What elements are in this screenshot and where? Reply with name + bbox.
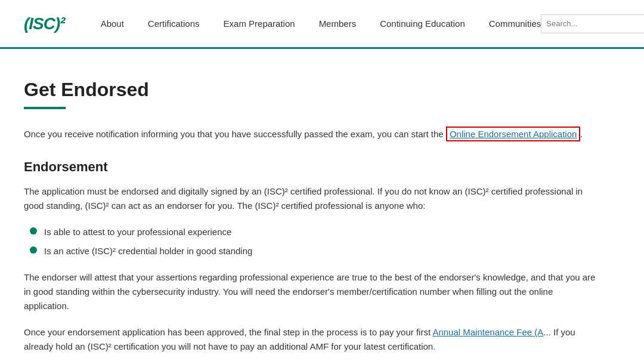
nav-exam-preparation[interactable]: Exam Preparation [224, 18, 295, 29]
nav-communities[interactable]: Communities [489, 18, 541, 29]
nav-continuing-education[interactable]: Continuing Education [380, 18, 465, 29]
bullet-text-2: Is an active (ISC)² credential holder in… [44, 244, 252, 258]
endorsement-section-title: Endorsement [24, 159, 596, 175]
header-search-area [541, 14, 644, 33]
page-title: Get Endorsed [24, 79, 596, 101]
site-logo[interactable]: (ISC)² [24, 14, 65, 33]
final-text-before: Once your endorsement application has be… [24, 327, 432, 337]
bullet-text-1: Is able to attest to your professional e… [44, 225, 231, 239]
intro-text-before: Once you receive notification informing … [24, 129, 446, 139]
site-header: (ISC)² About Certifications Exam Prepara… [0, 0, 644, 49]
main-nav: About Certifications Exam Preparation Me… [101, 18, 541, 29]
bullet-item-1: Is able to attest to your professional e… [30, 225, 596, 239]
bullet-dot-1 [30, 227, 37, 235]
title-underline [24, 107, 66, 109]
final-paragraph: Once your endorsement application has be… [24, 325, 596, 354]
endorser-paragraph: The endorser will attest that your asser… [24, 270, 596, 313]
bullet-dot-2 [30, 246, 37, 254]
amf-link[interactable]: Annual Maintenance Fee (A [432, 327, 543, 337]
endorsement-paragraph1: The application must be endorsed and dig… [24, 184, 596, 213]
bullet-item-2: Is an active (ISC)² credential holder in… [30, 244, 596, 258]
nav-members[interactable]: Members [319, 18, 357, 29]
endorsement-bullet-list: Is able to attest to your professional e… [24, 225, 596, 258]
search-input[interactable] [541, 14, 644, 33]
endorsement-application-link[interactable]: Online Endorsement Application [450, 129, 577, 139]
nav-about[interactable]: About [101, 18, 124, 29]
intro-paragraph: Once you receive notification informing … [24, 127, 596, 141]
main-content: Get Endorsed Once you receive notificati… [0, 49, 620, 361]
intro-text-after: . [580, 129, 583, 139]
nav-certifications[interactable]: Certifications [148, 18, 200, 29]
